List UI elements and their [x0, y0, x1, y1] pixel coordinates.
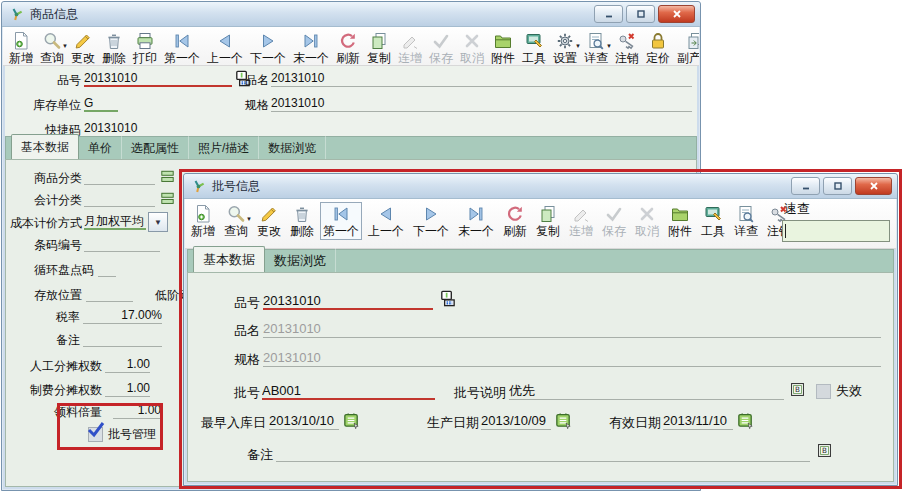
invalid-label: 失效 [836, 382, 870, 400]
minimize-button[interactable] [594, 5, 623, 23]
valid-date-label: 有效日期 [602, 414, 661, 432]
toolbar-button-label: 副产品 [677, 51, 699, 65]
terminal-icon[interactable] [438, 289, 457, 308]
toolbar-button-label: 取消 [460, 51, 484, 65]
toolbar-button-delete[interactable]: 删除 [99, 29, 129, 66]
search-icon [42, 31, 62, 51]
logout-key-icon [617, 31, 637, 51]
calendar-icon[interactable] [554, 411, 573, 430]
toolbar-button-nav-first[interactable]: 第一个 [161, 29, 203, 66]
text-caret [785, 224, 786, 238]
cycle-count-code-label: 循环盘点码 [30, 262, 94, 278]
storage-location-label: 存放位置 [34, 287, 80, 303]
production-date-label: 生产日期 [419, 414, 479, 432]
toolbar-button-edit[interactable]: 更改 [68, 29, 98, 66]
item-no-field[interactable]: 20131010 [263, 292, 433, 310]
toolbar-button-tools[interactable]: 工具 [519, 29, 549, 66]
product-header-form: 品号 20131010 品名 20131010 库存单位 G 规格 201310… [5, 66, 697, 136]
tab-optional-attrs[interactable]: 选配属性 [122, 136, 189, 160]
nav-last-icon [301, 31, 321, 51]
remark-label: 备注 [56, 332, 80, 348]
earliest-in-date-label: 最早入库日 [198, 414, 266, 432]
toolbar-button-label: 上一个 [207, 51, 243, 65]
cost-method-dropdown[interactable]: ▼ [148, 212, 168, 232]
toolbar-button-refresh[interactable]: 刷新 [333, 29, 363, 66]
window-title: 商品信息 [30, 6, 78, 23]
toolbar-button-nav-next[interactable]: 下一个 [247, 29, 289, 66]
labor-weight-field[interactable]: 1.00 [105, 356, 150, 373]
stock-unit-field[interactable]: G [84, 95, 118, 112]
toolbar-button-label: 定价 [646, 51, 670, 65]
earliest-in-date-field[interactable]: 2013/10/10 [269, 412, 339, 430]
byproduct-doc-icon [685, 31, 699, 51]
item-name-label: 品名 [224, 322, 260, 340]
cycle-count-code-field[interactable] [98, 260, 116, 277]
toolbar-button-settings-gear[interactable]: ▼设置 [550, 29, 580, 66]
desktop: 商品信息 新增▼查询更改删除打印第一个上一个下一个末一个刷新复制连增保存取消附件… [0, 0, 903, 492]
toolbar-button-cancel-x: 取消 [457, 29, 487, 66]
attachment-folder-icon [493, 31, 513, 51]
account-category-label: 会计分类 [34, 192, 80, 208]
item-no-field[interactable]: 20131010 [84, 70, 232, 87]
toolbar-button-label: 末一个 [293, 51, 329, 65]
item-name-field[interactable]: 20131010 [271, 70, 692, 87]
toolbar-button-detail-search[interactable]: ▼详查 [581, 29, 611, 66]
toolbar-button-label: 详查 [584, 51, 608, 65]
toolbar-button-label: 下一个 [250, 51, 286, 65]
batch-desc-field[interactable]: 优先 [509, 382, 784, 400]
toolbar-button-nav-prev[interactable]: 上一个 [204, 29, 246, 66]
nav-prev-icon [215, 31, 235, 51]
tab-basic-data[interactable]: 基本数据 [11, 134, 79, 161]
text-editor-icon[interactable]: B [789, 381, 806, 398]
tab-data-browse[interactable]: 数据浏览 [259, 136, 326, 160]
toolbar-button-search[interactable]: ▼查询 [37, 29, 67, 66]
quick-code-field[interactable]: 20131010 [84, 120, 191, 137]
toolbar-button-logout-key[interactable]: 注销 [612, 29, 642, 66]
production-date-field[interactable]: 2013/10/09 [481, 412, 551, 430]
barcode-field[interactable] [84, 235, 160, 252]
quick-search-input[interactable] [782, 220, 890, 242]
remark-field[interactable] [276, 444, 810, 462]
toolbar-button-label: 新增 [9, 51, 33, 65]
tax-rate-field[interactable]: 17.00% [83, 307, 162, 324]
account-category-field[interactable] [84, 190, 155, 207]
tab-unit-price[interactable]: 单价 [79, 136, 122, 160]
cost-method-value[interactable]: 月加权平均 [84, 213, 146, 230]
overhead-weight-field[interactable]: 1.00 [105, 380, 150, 397]
close-button[interactable] [658, 5, 695, 23]
toolbar-button-label: 打印 [133, 51, 157, 65]
toolbar-button-new-doc[interactable]: 新增 [6, 29, 36, 66]
category-picker-icon[interactable] [158, 167, 177, 186]
product-category-label: 商品分类 [34, 170, 80, 186]
text-editor-icon[interactable]: B [816, 442, 833, 459]
toolbar-button-print[interactable]: 打印 [130, 29, 160, 66]
item-no-label: 品号 [224, 294, 260, 312]
calendar-icon[interactable] [736, 411, 755, 430]
storage-location-field[interactable] [86, 285, 133, 302]
toolbar-button-attachment-folder[interactable]: 附件 [488, 29, 518, 66]
toolbar-button-nav-last[interactable]: 末一个 [290, 29, 332, 66]
remark-field[interactable] [83, 330, 162, 347]
toolbar-button-byproduct-doc[interactable]: 副产品 [674, 29, 699, 66]
stock-unit-label: 库存单位 [23, 97, 81, 113]
toolbar-button-copy[interactable]: 复制 [364, 29, 394, 66]
tab-photo-desc[interactable]: 照片/描述 [189, 136, 259, 160]
category-picker-icon[interactable] [158, 189, 177, 208]
toolbar-button-price-lock[interactable]: 定价 [643, 29, 673, 66]
toolbar-button-label: 工具 [522, 51, 546, 65]
batch-desc-label: 批号说明 [434, 384, 506, 402]
maximize-button[interactable] [626, 5, 655, 23]
refresh-icon [338, 31, 358, 51]
product-category-field[interactable] [84, 168, 155, 185]
toolbar-button-save-check: 保存 [426, 29, 456, 66]
nav-first-icon [172, 31, 192, 51]
calendar-icon[interactable] [342, 411, 361, 430]
batch-no-field[interactable]: AB001 [262, 382, 435, 400]
valid-date-field[interactable]: 2013/11/10 [663, 412, 733, 430]
edit-icon [73, 31, 93, 51]
spec-field[interactable]: 20131010 [271, 95, 692, 112]
barcode-label: 条码编号 [34, 237, 80, 253]
overhead-weight-label: 制费分摊权数 [18, 382, 102, 398]
toolbar-button-label: 连增 [398, 51, 422, 65]
product-tabstrip: 基本数据 单价 选配属性 照片/描述 数据浏览 [5, 136, 697, 160]
